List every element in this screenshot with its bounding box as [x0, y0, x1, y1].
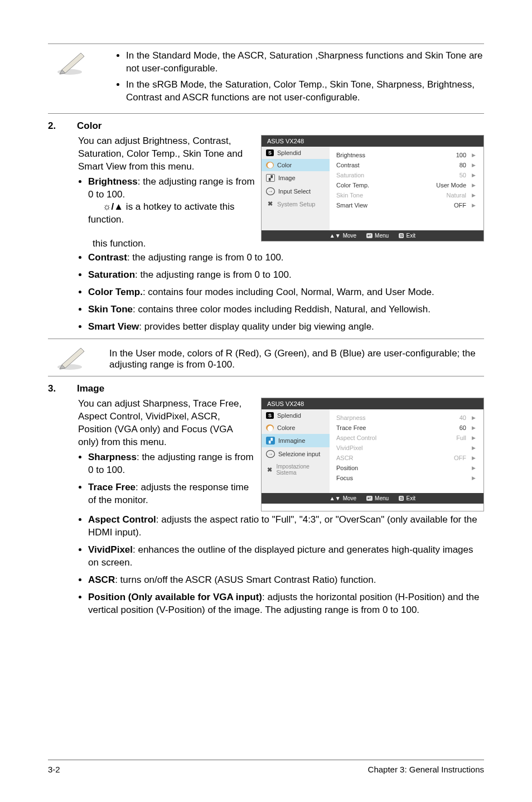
brightness-label: Brightness: [88, 176, 138, 187]
note-block-1: In the Standard Mode, the ASCR, Saturati…: [48, 44, 484, 114]
bullet-ascr: ASCR: turns on/off the ASCR (ASUS Smart …: [88, 574, 484, 587]
note-content: In the Standard Mode, the ASCR, Saturati…: [109, 50, 484, 108]
bullet-smartview: Smart View: provides better display qual…: [88, 321, 484, 334]
input-icon: →: [266, 187, 275, 195]
setup-icon: ✖: [266, 466, 273, 473]
bullet-vividpixel: VividPixel: enhances the outline of the …: [88, 544, 484, 569]
section3-title: Image: [77, 383, 104, 394]
splendid-icon: S: [266, 149, 274, 156]
sun-up-icon: ☼/▲: [103, 201, 123, 212]
note-block-2: In the User mode, colors of R (Red), G (…: [48, 339, 484, 376]
bullet-colortemp: Color Temp.: contains four modes includi…: [88, 286, 484, 299]
osd-image: ASUS VX248 SSplendid ⬤Colore ▞Immagine →…: [261, 398, 484, 511]
setup-icon: ✖: [266, 201, 274, 207]
image-icon: ▞: [266, 174, 275, 182]
splendid-icon: S: [266, 412, 274, 419]
osd1-title: ASUS VX248: [262, 136, 483, 147]
image-icon: ▞: [266, 437, 275, 445]
bullet-aspect: Aspect Control: adjusts the aspect ratio…: [88, 514, 484, 539]
color-icon: ⬤: [266, 424, 274, 431]
note2-text: In the User mode, colors of R (Red), G (…: [109, 345, 484, 370]
pen-icon: [48, 345, 98, 370]
bullet-saturation: Saturation: the adjusting range is from …: [88, 269, 484, 282]
bullet-sharpness: Sharpness: the adjusting range is from 0…: [88, 451, 255, 477]
page-footer: 3-2 Chapter 3: General Instructions: [48, 760, 484, 774]
color-icon: ⬤: [266, 162, 274, 168]
note1-bullet2: In the sRGB Mode, the Saturation, Color …: [126, 79, 484, 104]
note1-bullet1: In the Standard Mode, the ASCR, Saturati…: [126, 50, 484, 75]
bullet-brightness: Brightness: the adjusting range is from …: [88, 176, 255, 227]
bullet-contrast: Contrast: the adjusting range is from 0 …: [88, 252, 484, 264]
section2-title: Color: [77, 120, 101, 132]
bullet-tracefree: Trace Free: adjusts the response time of…: [88, 481, 255, 507]
bullet-position: Position (Only available for VGA input):…: [88, 591, 484, 617]
input-icon: →: [266, 450, 275, 458]
osd2-title: ASUS VX248: [262, 398, 483, 409]
page-number: 3-2: [48, 765, 60, 774]
chapter-label: Chapter 3: General Instructions: [368, 765, 484, 774]
pen-icon: [48, 50, 98, 108]
section2-num: 2.: [48, 120, 75, 132]
bullet-skintone: Skin Tone: contains three color modes in…: [88, 303, 484, 316]
osd-color: ASUS VX248 SSplendid ⬤Color ▞Image →Inpu…: [261, 135, 484, 241]
section2-intro: You can adjust Brightness, Contrast, Sat…: [78, 135, 255, 173]
section3-num: 3.: [48, 383, 75, 394]
section3-intro: You can adjust Sharpness, Trace Free, As…: [78, 398, 255, 449]
